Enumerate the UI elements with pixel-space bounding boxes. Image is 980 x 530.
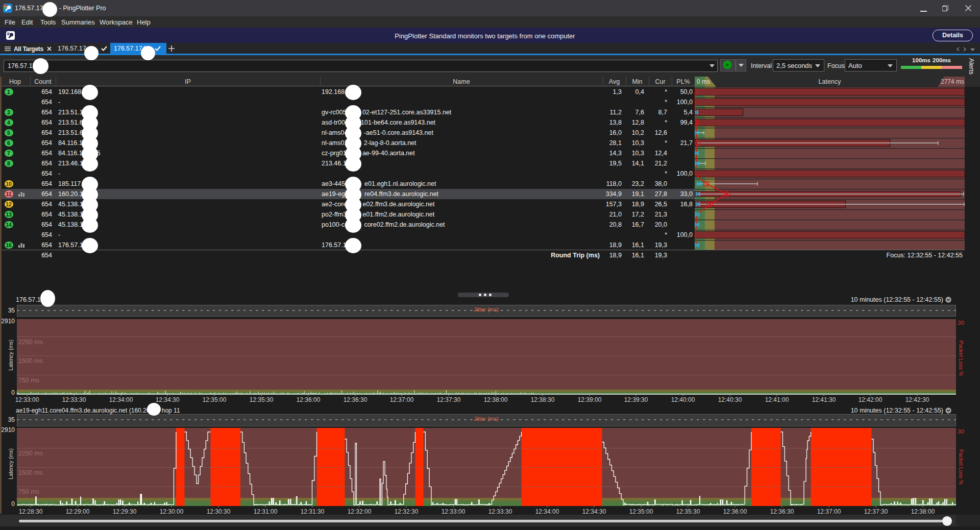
svg-text:750 ms: 750 ms xyxy=(18,488,39,495)
svg-text:750 ms: 750 ms xyxy=(18,377,39,384)
svg-text:2250 ms: 2250 ms xyxy=(18,339,43,346)
svg-text:2250 ms: 2250 ms xyxy=(18,450,43,457)
svg-text:1500 ms: 1500 ms xyxy=(18,469,43,476)
svg-text:1500 ms: 1500 ms xyxy=(18,357,43,365)
